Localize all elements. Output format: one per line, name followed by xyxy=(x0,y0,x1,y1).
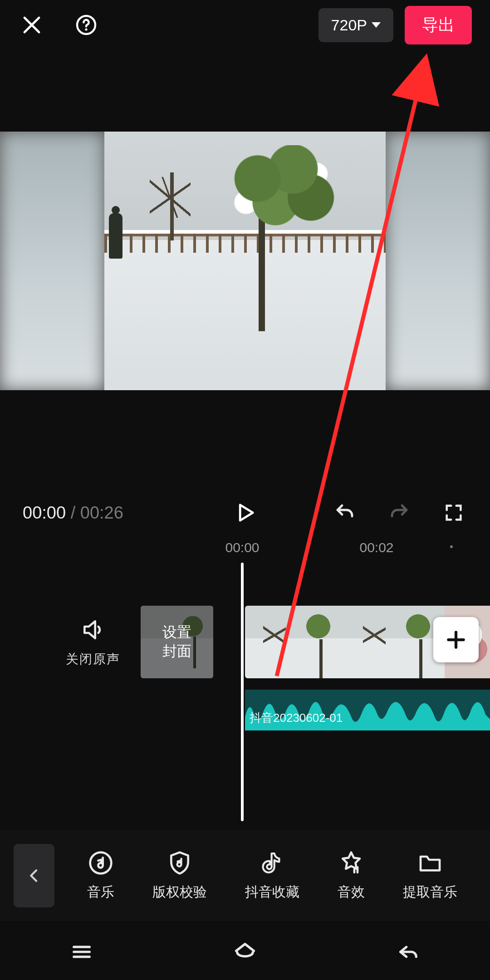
cover-label: 设置 封面 xyxy=(141,606,213,678)
close-button[interactable] xyxy=(18,11,45,39)
fullscreen-icon xyxy=(443,502,464,523)
douyin-icon xyxy=(260,850,285,876)
mute-original-sound[interactable]: 关闭原声 xyxy=(64,617,122,668)
duration: 00:26 xyxy=(80,503,123,522)
video-preview[interactable] xyxy=(0,132,490,390)
star-bars-icon xyxy=(338,850,364,876)
chevron-left-icon xyxy=(25,867,43,885)
clip-frame xyxy=(245,606,345,678)
back-icon xyxy=(392,940,424,964)
ruler-dot xyxy=(450,545,453,548)
tool-music[interactable]: 音乐 xyxy=(87,850,114,902)
plus-icon xyxy=(445,628,467,651)
ruler-tick: 00:02 xyxy=(359,540,393,555)
tool-copyright[interactable]: 版权校验 xyxy=(152,850,207,902)
resolution-label: 720P xyxy=(331,16,367,34)
redo-icon xyxy=(388,502,410,524)
clip-frame xyxy=(345,606,445,678)
audio-clip[interactable]: 抖音20230602-01 xyxy=(245,690,490,730)
timeline-tracks[interactable]: 关闭原声 设置 封面 抖音20230602-01 xyxy=(0,572,490,853)
nav-back-button[interactable] xyxy=(392,940,424,965)
nav-recents-button[interactable] xyxy=(66,940,98,965)
top-bar: 720P 导出 xyxy=(0,0,490,50)
resolution-button[interactable]: 720P xyxy=(318,8,393,42)
tool-label: 提取音乐 xyxy=(403,883,457,902)
set-cover-button[interactable]: 设置 封面 xyxy=(141,606,213,678)
nav-home-button[interactable] xyxy=(229,940,261,965)
ruler-tick: 00:00 xyxy=(225,540,259,555)
tool-label: 音乐 xyxy=(87,883,114,902)
play-button[interactable] xyxy=(231,499,259,526)
home-outline-icon xyxy=(229,940,261,964)
tool-label: 抖音收藏 xyxy=(245,883,299,902)
undo-button[interactable] xyxy=(331,499,358,526)
export-button[interactable]: 导出 xyxy=(405,6,472,44)
dropdown-icon xyxy=(372,22,381,28)
play-icon xyxy=(233,501,257,524)
tool-extract-music[interactable]: 提取音乐 xyxy=(403,850,457,902)
toolbar-back-button[interactable] xyxy=(14,844,54,907)
system-nav-bar xyxy=(0,926,490,980)
add-clip-button[interactable] xyxy=(433,617,479,662)
preview-blur-right xyxy=(386,132,490,390)
timeline-ruler[interactable]: 00:00 00:02 xyxy=(0,540,490,565)
preview-frame xyxy=(104,132,386,390)
tool-sound-effects[interactable]: 音效 xyxy=(338,850,365,902)
player-controls: 00:00 / 00:26 xyxy=(0,490,490,535)
tool-label: 音效 xyxy=(338,883,365,902)
speaker-icon xyxy=(80,617,106,642)
shield-music-icon xyxy=(167,850,192,876)
tool-label: 版权校验 xyxy=(152,883,207,902)
fullscreen-button[interactable] xyxy=(440,499,467,526)
folder-icon xyxy=(417,850,443,876)
bottom-toolbar: 音乐 版权校验 抖音收藏 音效 提取音乐 xyxy=(0,830,490,921)
music-note-icon xyxy=(88,850,113,876)
redo-button[interactable] xyxy=(386,499,413,526)
playhead[interactable] xyxy=(241,563,244,821)
audio-clip-label: 抖音20230602-01 xyxy=(250,710,343,726)
help-icon xyxy=(75,14,97,36)
menu-icon xyxy=(66,940,98,964)
undo-icon xyxy=(334,502,356,524)
help-button[interactable] xyxy=(73,11,100,39)
mute-label: 关闭原声 xyxy=(64,651,122,668)
current-time: 00:00 xyxy=(23,503,66,522)
export-label: 导出 xyxy=(422,15,455,34)
close-icon xyxy=(21,14,43,36)
time-display: 00:00 / 00:26 xyxy=(23,503,123,523)
svg-point-1 xyxy=(85,28,87,30)
preview-blur-left xyxy=(0,132,104,390)
tool-douyin-favorites[interactable]: 抖音收藏 xyxy=(245,850,299,902)
